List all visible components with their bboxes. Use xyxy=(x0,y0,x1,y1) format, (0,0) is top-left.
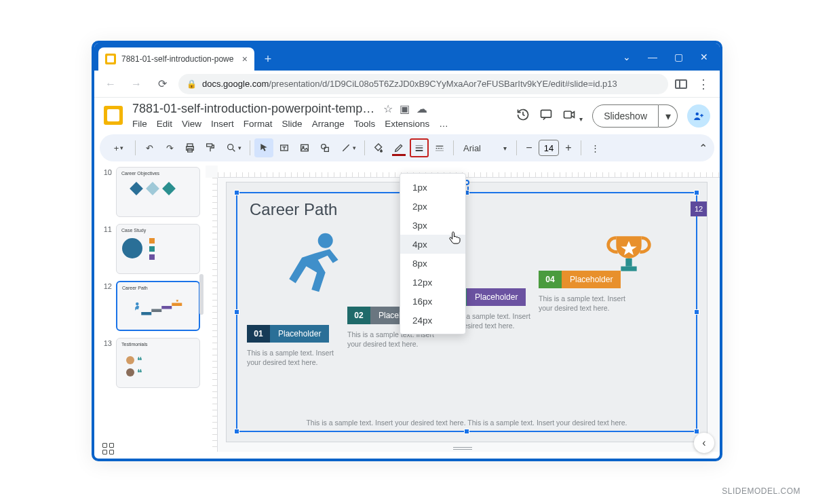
border-weight-option[interactable]: 16px xyxy=(400,292,465,311)
resize-handle[interactable] xyxy=(234,190,239,195)
thumbnail-rail[interactable]: 10 Career Objectives 11 Case Study xyxy=(94,166,206,452)
border-weight-option[interactable]: 24px xyxy=(400,311,465,330)
font-family-select[interactable]: Arial▾ xyxy=(458,138,512,157)
thumb-number: 13 xyxy=(100,338,112,388)
font-size-input[interactable]: 14 xyxy=(539,140,559,156)
step-01-body[interactable]: This is a sample text. Insert your desir… xyxy=(247,348,342,367)
window-chevron-icon[interactable]: ⌄ xyxy=(615,47,638,66)
menu-view[interactable]: View xyxy=(182,119,201,129)
resize-handle[interactable] xyxy=(694,429,699,434)
slide-canvas[interactable]: Career Path 12 xyxy=(226,182,708,442)
window-close-icon[interactable]: ✕ xyxy=(693,47,716,66)
menu-slide[interactable]: Slide xyxy=(282,119,303,129)
step-01[interactable]: 01 Placeholder xyxy=(247,325,329,343)
thumbnail-slide-10[interactable]: Career Objectives xyxy=(116,167,200,217)
slideshow-dropdown[interactable]: ▾ xyxy=(659,104,678,128)
comments-icon[interactable] xyxy=(539,108,553,125)
thumb-number: 11 xyxy=(100,224,112,274)
menu-extensions[interactable]: Extensions xyxy=(385,119,429,129)
explore-fab[interactable]: ‹ xyxy=(694,433,714,453)
resize-handle[interactable] xyxy=(234,429,239,434)
menu-arrange[interactable]: Arrange xyxy=(312,119,345,129)
star-icon[interactable]: ☆ xyxy=(383,102,393,115)
svg-rect-23 xyxy=(172,303,182,307)
slides-logo-icon[interactable] xyxy=(101,103,125,128)
slide-footer-text[interactable]: This is a sample text. Insert your desir… xyxy=(227,419,707,427)
undo-button[interactable]: ↶ xyxy=(140,138,159,157)
grid-view-button[interactable] xyxy=(102,443,116,454)
svg-rect-29 xyxy=(621,267,636,271)
move-folder-icon[interactable]: ▣ xyxy=(400,102,410,115)
nav-reload-icon[interactable]: ⟳ xyxy=(153,75,172,94)
step-04[interactable]: 04 Placeholder xyxy=(539,271,621,288)
svg-point-26 xyxy=(318,233,333,248)
pane-resize-grip[interactable] xyxy=(453,447,472,450)
font-size-decrease[interactable]: − xyxy=(521,140,537,156)
toolbar-collapse-icon[interactable]: ⌃ xyxy=(699,142,708,155)
browser-toolbar: ← → ⟳ 🔒 docs.google.com/presentation/d/1… xyxy=(94,71,720,98)
svg-rect-9 xyxy=(301,144,309,151)
thumbnail-slide-12[interactable]: Career Path xyxy=(116,281,200,331)
menu-edit[interactable]: Edit xyxy=(157,119,172,129)
resize-handle[interactable] xyxy=(234,309,239,315)
line-button[interactable] xyxy=(336,138,360,157)
toolbar-overflow-button[interactable]: ⋮ xyxy=(585,138,604,157)
browser-tab[interactable]: 7881-01-self-introduction-powe × xyxy=(98,47,254,71)
slideshow-button[interactable]: Slideshow xyxy=(592,104,659,128)
window-controls: ⌄ — ▢ ✕ xyxy=(615,43,716,71)
share-button[interactable] xyxy=(687,104,710,128)
svg-rect-6 xyxy=(207,144,212,147)
cloud-saved-icon: ☁ xyxy=(416,102,427,115)
close-tab-icon[interactable]: × xyxy=(242,54,248,64)
border-weight-option[interactable]: 2px xyxy=(400,197,465,216)
menu-format[interactable]: Format xyxy=(244,119,273,129)
browser-menu-icon[interactable]: ⋮ xyxy=(694,77,713,92)
meet-icon[interactable]: ▾ xyxy=(562,108,583,125)
window-minimize-icon[interactable]: — xyxy=(641,47,664,66)
shape-button[interactable] xyxy=(315,138,334,157)
menu-overflow[interactable]: … xyxy=(439,119,448,129)
font-size-increase[interactable]: + xyxy=(560,140,577,156)
watermark-text: SLIDEMODEL.COM xyxy=(722,486,800,496)
menu-insert[interactable]: Insert xyxy=(211,119,234,129)
redo-button[interactable]: ↷ xyxy=(160,138,179,157)
nav-back-icon[interactable]: ← xyxy=(101,75,120,94)
border-weight-option[interactable]: 1px xyxy=(400,178,465,197)
svg-rect-24 xyxy=(177,301,178,301)
menu-file[interactable]: File xyxy=(132,119,147,129)
image-button[interactable] xyxy=(295,138,314,157)
textbox-button[interactable] xyxy=(275,138,294,157)
slide-title[interactable]: Career Path xyxy=(250,200,337,219)
new-tab-button[interactable]: + xyxy=(258,50,277,69)
thumbnail-slide-11[interactable]: Case Study xyxy=(116,224,200,274)
menu-tools[interactable]: Tools xyxy=(354,119,376,129)
paint-format-button[interactable] xyxy=(201,138,220,157)
nav-forward-icon[interactable]: → xyxy=(127,75,146,94)
thumbnail-slide-13[interactable]: Testimonials ❝ ❝ xyxy=(116,338,200,388)
resize-handle[interactable] xyxy=(694,190,699,195)
window-maximize-icon[interactable]: ▢ xyxy=(667,47,690,66)
select-tool-button[interactable] xyxy=(254,138,273,157)
ruler-horizontal xyxy=(218,166,720,178)
document-title[interactable]: 7881-01-self-introduction-powerpoint-tem… xyxy=(132,102,376,116)
border-weight-option[interactable]: 8px xyxy=(400,254,465,273)
thumb-number: 10 xyxy=(100,167,112,217)
resize-handle[interactable] xyxy=(464,429,469,434)
thumbnail-scrollbar[interactable] xyxy=(199,274,204,315)
print-button[interactable] xyxy=(180,138,199,157)
border-weight-button[interactable] xyxy=(410,138,429,157)
menu-bar: File Edit View Insert Format Slide Arran… xyxy=(132,119,509,129)
address-bar[interactable]: 🔒 docs.google.com/presentation/d/1D9CiL0… xyxy=(178,74,668,94)
zoom-button[interactable] xyxy=(221,138,246,157)
step-04-body[interactable]: This is a sample text. Insert your desir… xyxy=(539,294,634,313)
border-color-button[interactable] xyxy=(389,138,408,157)
fill-color-button[interactable] xyxy=(369,138,388,157)
border-weight-option[interactable]: 12px xyxy=(400,273,465,292)
runner-icon xyxy=(281,230,349,307)
new-slide-button[interactable]: + xyxy=(106,138,131,157)
browser-titlebar: 7881-01-self-introduction-powe × + ⌄ — ▢… xyxy=(94,43,720,71)
border-dash-button[interactable] xyxy=(430,138,449,157)
version-history-icon[interactable] xyxy=(516,108,530,125)
side-panel-icon[interactable] xyxy=(675,79,687,89)
resize-handle[interactable] xyxy=(694,309,699,315)
